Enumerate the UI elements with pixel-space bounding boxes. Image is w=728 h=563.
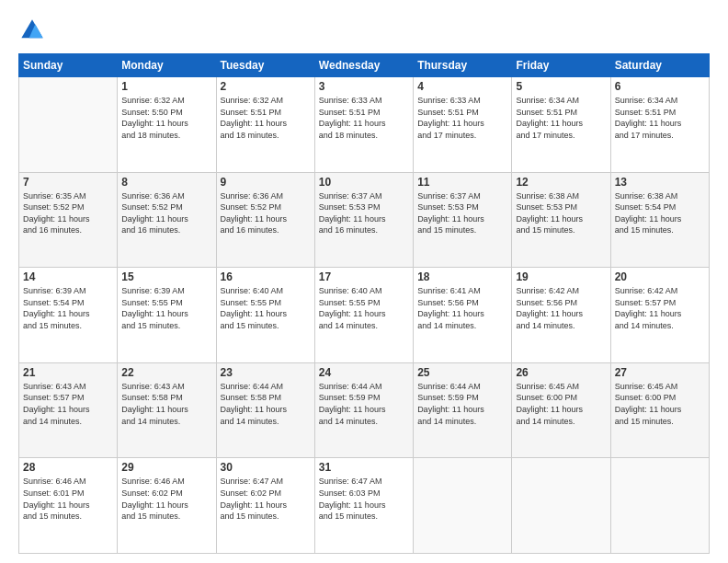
weekday-header: Wednesday [314,54,413,77]
day-number: 3 [319,80,409,93]
logo-icon [18,17,46,44]
calendar-cell: 1Sunrise: 6:32 AM Sunset: 5:50 PM Daylig… [118,77,216,173]
day-info: Sunrise: 6:44 AM Sunset: 5:59 PM Dayligh… [319,381,409,427]
day-info: Sunrise: 6:43 AM Sunset: 5:57 PM Dayligh… [23,381,113,427]
calendar-cell: 22Sunrise: 6:43 AM Sunset: 5:58 PM Dayli… [118,362,216,458]
day-number: 30 [221,461,311,474]
day-number: 25 [417,366,507,379]
day-info: Sunrise: 6:42 AM Sunset: 5:56 PM Dayligh… [516,285,606,331]
day-info: Sunrise: 6:45 AM Sunset: 6:00 PM Dayligh… [516,381,606,427]
weekday-header: Thursday [414,54,512,77]
day-number: 1 [121,80,211,93]
day-number: 27 [615,366,705,379]
day-number: 12 [516,176,606,189]
day-info: Sunrise: 6:36 AM Sunset: 5:52 PM Dayligh… [221,190,311,236]
logo [18,17,50,44]
day-info: Sunrise: 6:46 AM Sunset: 6:02 PM Dayligh… [121,476,211,522]
calendar-cell: 12Sunrise: 6:38 AM Sunset: 5:53 PM Dayli… [512,172,610,268]
calendar-week-row: 7Sunrise: 6:35 AM Sunset: 5:52 PM Daylig… [19,172,710,268]
calendar-cell: 20Sunrise: 6:42 AM Sunset: 5:57 PM Dayli… [610,268,709,363]
calendar-cell: 15Sunrise: 6:39 AM Sunset: 5:55 PM Dayli… [118,268,216,363]
day-number: 5 [516,80,606,93]
day-info: Sunrise: 6:38 AM Sunset: 5:54 PM Dayligh… [615,190,705,236]
day-number: 11 [417,176,507,189]
day-info: Sunrise: 6:37 AM Sunset: 5:53 PM Dayligh… [417,190,507,236]
day-number: 23 [221,366,311,379]
calendar-cell: 3Sunrise: 6:33 AM Sunset: 5:51 PM Daylig… [314,77,413,173]
day-info: Sunrise: 6:44 AM Sunset: 5:58 PM Dayligh… [221,381,311,427]
calendar-week-row: 1Sunrise: 6:32 AM Sunset: 5:50 PM Daylig… [19,77,710,173]
calendar-cell: 13Sunrise: 6:38 AM Sunset: 5:54 PM Dayli… [610,172,709,268]
calendar-cell: 5Sunrise: 6:34 AM Sunset: 5:51 PM Daylig… [512,77,610,173]
day-info: Sunrise: 6:44 AM Sunset: 5:59 PM Dayligh… [417,381,507,427]
calendar-cell: 17Sunrise: 6:40 AM Sunset: 5:55 PM Dayli… [314,268,413,363]
calendar-cell: 24Sunrise: 6:44 AM Sunset: 5:59 PM Dayli… [314,362,413,458]
calendar-cell: 26Sunrise: 6:45 AM Sunset: 6:00 PM Dayli… [512,362,610,458]
day-number: 10 [319,176,409,189]
page: SundayMondayTuesdayWednesdayThursdayFrid… [0,0,728,563]
day-number: 2 [221,80,311,93]
day-info: Sunrise: 6:39 AM Sunset: 5:55 PM Dayligh… [121,285,211,331]
calendar-table: SundayMondayTuesdayWednesdayThursdayFrid… [18,53,710,554]
day-number: 13 [615,176,705,189]
day-number: 8 [121,176,211,189]
day-number: 4 [417,80,507,93]
calendar-cell [414,458,512,554]
calendar-cell: 14Sunrise: 6:39 AM Sunset: 5:54 PM Dayli… [19,268,118,363]
calendar-week-row: 14Sunrise: 6:39 AM Sunset: 5:54 PM Dayli… [19,268,710,363]
calendar-cell: 29Sunrise: 6:46 AM Sunset: 6:02 PM Dayli… [118,458,216,554]
day-info: Sunrise: 6:32 AM Sunset: 5:50 PM Dayligh… [121,95,211,141]
calendar-cell: 19Sunrise: 6:42 AM Sunset: 5:56 PM Dayli… [512,268,610,363]
calendar-cell: 28Sunrise: 6:46 AM Sunset: 6:01 PM Dayli… [19,458,118,554]
day-info: Sunrise: 6:37 AM Sunset: 5:53 PM Dayligh… [319,190,409,236]
day-info: Sunrise: 6:46 AM Sunset: 6:01 PM Dayligh… [23,476,113,522]
header [18,17,710,44]
day-number: 29 [121,461,211,474]
day-info: Sunrise: 6:45 AM Sunset: 6:00 PM Dayligh… [615,381,705,427]
calendar-cell: 23Sunrise: 6:44 AM Sunset: 5:58 PM Dayli… [216,362,314,458]
day-number: 28 [23,461,113,474]
day-info: Sunrise: 6:34 AM Sunset: 5:51 PM Dayligh… [516,95,606,141]
day-info: Sunrise: 6:36 AM Sunset: 5:52 PM Dayligh… [121,190,211,236]
calendar-cell: 9Sunrise: 6:36 AM Sunset: 5:52 PM Daylig… [216,172,314,268]
day-number: 22 [121,366,211,379]
calendar-cell: 7Sunrise: 6:35 AM Sunset: 5:52 PM Daylig… [19,172,118,268]
day-info: Sunrise: 6:40 AM Sunset: 5:55 PM Dayligh… [319,285,409,331]
calendar-cell: 30Sunrise: 6:47 AM Sunset: 6:02 PM Dayli… [216,458,314,554]
calendar-cell: 2Sunrise: 6:32 AM Sunset: 5:51 PM Daylig… [216,77,314,173]
day-number: 7 [23,176,113,189]
calendar-cell: 18Sunrise: 6:41 AM Sunset: 5:56 PM Dayli… [414,268,512,363]
calendar-cell: 8Sunrise: 6:36 AM Sunset: 5:52 PM Daylig… [118,172,216,268]
calendar-cell: 11Sunrise: 6:37 AM Sunset: 5:53 PM Dayli… [414,172,512,268]
weekday-header: Monday [118,54,216,77]
day-info: Sunrise: 6:43 AM Sunset: 5:58 PM Dayligh… [121,381,211,427]
day-number: 17 [319,270,409,283]
day-info: Sunrise: 6:47 AM Sunset: 6:02 PM Dayligh… [221,476,311,522]
day-number: 6 [615,80,705,93]
day-info: Sunrise: 6:40 AM Sunset: 5:55 PM Dayligh… [221,285,311,331]
calendar-week-row: 28Sunrise: 6:46 AM Sunset: 6:01 PM Dayli… [19,458,710,554]
weekday-header: Tuesday [216,54,314,77]
day-number: 19 [516,270,606,283]
day-info: Sunrise: 6:34 AM Sunset: 5:51 PM Dayligh… [615,95,705,141]
calendar-cell: 16Sunrise: 6:40 AM Sunset: 5:55 PM Dayli… [216,268,314,363]
day-number: 14 [23,270,113,283]
day-info: Sunrise: 6:33 AM Sunset: 5:51 PM Dayligh… [417,95,507,141]
day-number: 15 [121,270,211,283]
calendar-header-row: SundayMondayTuesdayWednesdayThursdayFrid… [19,54,710,77]
day-info: Sunrise: 6:35 AM Sunset: 5:52 PM Dayligh… [23,190,113,236]
day-info: Sunrise: 6:41 AM Sunset: 5:56 PM Dayligh… [417,285,507,331]
day-info: Sunrise: 6:39 AM Sunset: 5:54 PM Dayligh… [23,285,113,331]
calendar-cell: 6Sunrise: 6:34 AM Sunset: 5:51 PM Daylig… [610,77,709,173]
day-number: 16 [221,270,311,283]
calendar-cell: 21Sunrise: 6:43 AM Sunset: 5:57 PM Dayli… [19,362,118,458]
day-number: 9 [221,176,311,189]
day-number: 24 [319,366,409,379]
weekday-header: Saturday [610,54,709,77]
day-info: Sunrise: 6:42 AM Sunset: 5:57 PM Dayligh… [615,285,705,331]
calendar-cell: 31Sunrise: 6:47 AM Sunset: 6:03 PM Dayli… [314,458,413,554]
weekday-header: Friday [512,54,610,77]
day-info: Sunrise: 6:38 AM Sunset: 5:53 PM Dayligh… [516,190,606,236]
day-number: 18 [417,270,507,283]
calendar-cell: 10Sunrise: 6:37 AM Sunset: 5:53 PM Dayli… [314,172,413,268]
